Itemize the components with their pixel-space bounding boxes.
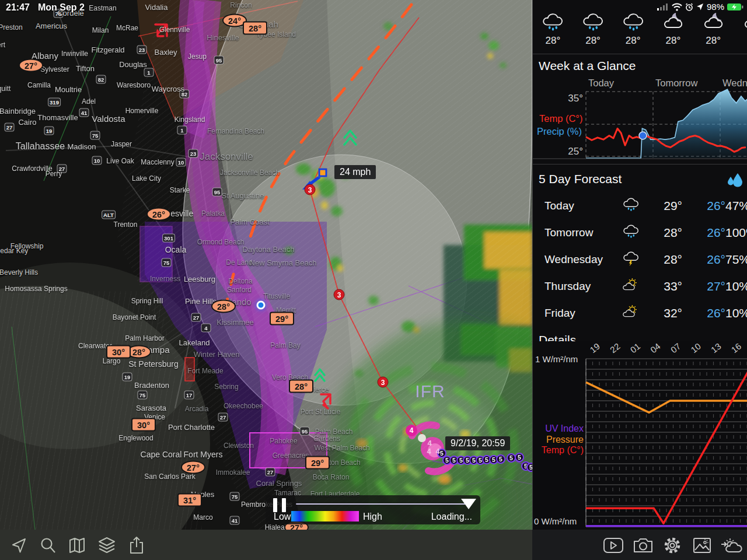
hurricane-eye-category-label: 4: [435, 447, 439, 456]
timeline-track[interactable]: [296, 503, 469, 505]
hourly-temp: 28°: [585, 35, 601, 47]
week-glance-chart[interactable]: TodayTomorrowWednesday35°25°Temp (C°)Pre…: [533, 76, 747, 164]
map-city-label: West Palm Beach: [314, 444, 369, 452]
map-city-label: Sebring: [214, 383, 238, 391]
history-track-cat5-marker[interactable]: 5: [515, 453, 524, 462]
map-city-label: Daytona Beach: [243, 245, 295, 254]
temperature-badge[interactable]: 31°: [177, 494, 202, 507]
pause-icon[interactable]: [273, 498, 286, 512]
details-chart[interactable]: 19220104071013161 W/m²/nm0 W/m²/nmUV Ind…: [533, 334, 747, 530]
rain-cloud-icon: [540, 12, 565, 34]
map-city-label: Englewood: [118, 434, 153, 442]
map-city-label: Winter Haven: [194, 350, 240, 359]
route-shield: 10: [92, 156, 102, 165]
route-shield: 41: [79, 108, 89, 117]
svg-text:Temp (C°): Temp (C°): [542, 445, 584, 455]
triangle-thumb[interactable]: [461, 499, 476, 509]
forecast-track-cat3-marker[interactable]: 3: [378, 377, 389, 388]
history-track-cat5-marker[interactable]: 5: [496, 454, 505, 464]
map-city-label: Cape Coral: [141, 450, 182, 459]
hourly-item[interactable]: 28°: [693, 12, 734, 47]
map-city-label: Live Oak: [106, 157, 134, 165]
storm-cell-marker[interactable]: [319, 169, 327, 177]
route-shield: 19: [44, 127, 54, 135]
map-city-label: Lakeland: [179, 338, 210, 347]
map-city-label: Perry: [46, 170, 62, 178]
five-day-forecast-list: Today 29° 26° 47%Tomorrow 28° 26° 100%We…: [533, 192, 747, 327]
day-label: Today: [544, 200, 622, 212]
hourly-item[interactable]: [733, 12, 747, 47]
hourly-item[interactable]: 28°: [613, 12, 653, 47]
temperature-badge[interactable]: 28°: [289, 380, 313, 393]
map-city-label: Jacksonville Beach: [220, 169, 280, 177]
radar-timeline[interactable]: Low High Loading...: [266, 495, 480, 524]
hurricane-eye-category-label: 4: [427, 447, 431, 456]
map-city-label: Thomasville: [37, 113, 78, 122]
forecast-day-row[interactable]: Wednesday 28° 26° 75%: [533, 246, 747, 273]
temperature-badge[interactable]: 29°: [305, 456, 330, 470]
radar-map[interactable]: 21:47Mon Sep 2 PrestonAmericusCordeleEas…: [0, 0, 532, 530]
rain-cloud-icon: [622, 223, 640, 240]
map-city-label: Gardens: [313, 435, 340, 443]
history-track-cat5-marker[interactable]: 5: [526, 463, 532, 472]
layers-icon[interactable]: [95, 534, 118, 557]
temperature-badge[interactable]: 28°: [243, 22, 267, 35]
forecast-day-row[interactable]: Today 29° 26° 47%: [533, 192, 747, 219]
weather-toggle-icon[interactable]: [720, 534, 743, 557]
droplets-icon: [727, 173, 744, 188]
forecast-track-cat4-marker[interactable]: 4: [406, 425, 417, 436]
condition-icon-wrap: [622, 197, 647, 216]
map-city-label: Palatka: [201, 209, 225, 218]
hourly-item[interactable]: 28°: [573, 12, 613, 47]
map-icon[interactable]: [65, 534, 89, 557]
map-city-label: Adel: [82, 97, 96, 106]
forecast-day-row[interactable]: Tomorrow 28° 26° 100%: [533, 219, 747, 246]
map-city-label: Deltona: [228, 277, 252, 285]
map-city-label: Palm Coast: [230, 218, 269, 226]
map-city-label: Coral Springs: [256, 479, 302, 488]
now-marker-dot: [639, 132, 647, 139]
route-shield: 95: [300, 427, 310, 436]
temperature-badge[interactable]: 30°: [106, 345, 131, 359]
map-city-label: Milan: [92, 26, 109, 34]
route-shield: 27: [5, 123, 15, 132]
gear-icon[interactable]: [661, 534, 684, 557]
weather-radar-app: 21:47Mon Sep 2 PrestonAmericusCordeleEas…: [0, 0, 747, 560]
condition-icon-wrap: [622, 223, 647, 243]
status-icons: 98%: [657, 2, 743, 12]
forecast-track-cat3-marker[interactable]: 3: [305, 184, 316, 195]
temperature-badge[interactable]: 27°: [19, 59, 43, 72]
route-shield: 27: [218, 413, 228, 422]
day-label: Tomorrow: [544, 226, 622, 239]
hourly-temp: 28°: [666, 35, 681, 47]
temperature-badge[interactable]: 28°: [211, 300, 236, 313]
map-city-label: Moultrie: [55, 85, 82, 94]
high-temp: 28°: [647, 226, 682, 240]
video-icon[interactable]: [602, 534, 625, 557]
moon-cloud-icon: [661, 12, 685, 34]
hourly-item[interactable]: 28°: [653, 12, 693, 47]
forecast-day-row[interactable]: Friday 32° 26° 10%: [533, 300, 747, 327]
route-shield: 19: [123, 373, 132, 382]
svg-text:UV Index: UV Index: [545, 424, 584, 433]
forecast-track-cat3-marker[interactable]: 3: [334, 289, 345, 300]
five-day-title: 5 Day Forecast: [539, 172, 622, 186]
search-icon[interactable]: [36, 534, 60, 557]
hourly-item[interactable]: 28°: [533, 12, 573, 47]
low-temp: 27°: [682, 279, 725, 293]
camera-icon[interactable]: [631, 534, 655, 557]
temperature-badge[interactable]: 30°: [131, 418, 156, 432]
share-icon[interactable]: [125, 534, 148, 557]
hourly-forecast-strip[interactable]: 28° 28° 28° 28° 28°: [533, 12, 747, 47]
alarm-clock-icon: [685, 3, 693, 11]
map-city-label: Homerville: [125, 107, 159, 115]
temperature-badge[interactable]: 29°: [270, 312, 294, 326]
image-icon[interactable]: [690, 534, 714, 557]
map-city-label: Bradenton: [134, 381, 169, 390]
location-arrow-icon[interactable]: [7, 534, 30, 557]
temperature-badge[interactable]: 27°: [181, 461, 205, 474]
temperature-badge[interactable]: 26°: [146, 208, 171, 221]
map-city-label: Sylvester: [40, 65, 69, 74]
forecast-day-row[interactable]: Thursday 33° 27° 10%: [533, 273, 747, 300]
svg-text:25°: 25°: [568, 146, 583, 157]
